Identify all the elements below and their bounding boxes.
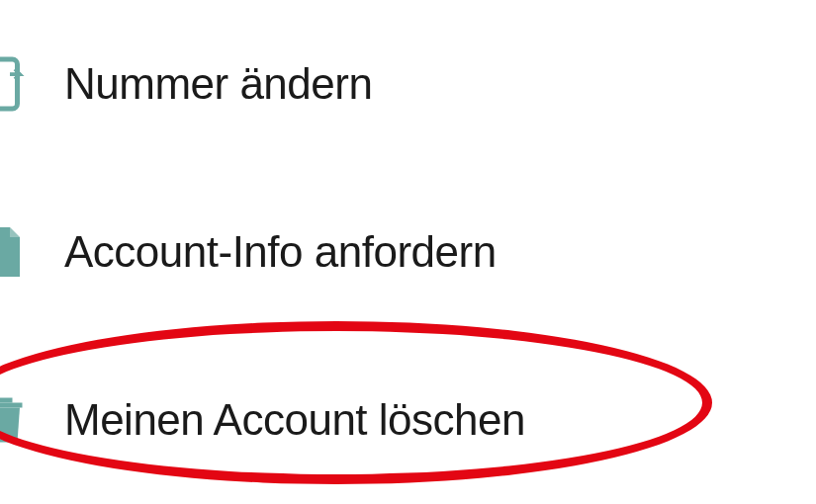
menu-item-label: Account-Info anfordern [64, 227, 497, 277]
menu-item-delete-account[interactable]: Meinen Account löschen [0, 336, 816, 504]
svg-rect-2 [0, 398, 13, 403]
svg-rect-1 [0, 403, 23, 408]
menu-item-label: Meinen Account löschen [64, 395, 525, 445]
change-number-icon [0, 54, 35, 114]
svg-rect-0 [0, 59, 18, 109]
menu-item-label: Nummer ändern [64, 59, 372, 109]
document-icon [0, 222, 35, 282]
menu-item-request-account-info[interactable]: Account-Info anfordern [0, 168, 816, 336]
account-settings-menu: Nummer ändern Account-Info anfordern Mei… [0, 0, 816, 504]
delete-icon [0, 390, 35, 450]
menu-item-change-number[interactable]: Nummer ändern [0, 0, 816, 168]
